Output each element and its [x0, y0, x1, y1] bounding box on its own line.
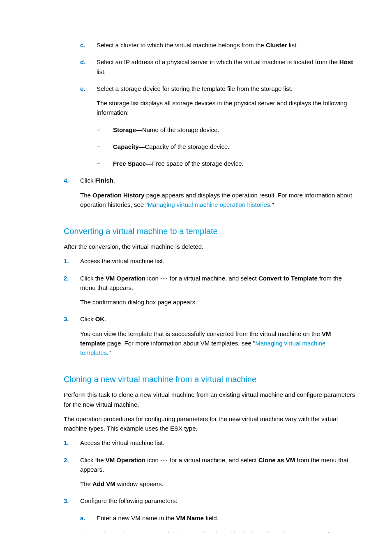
text: —Name of the storage device.	[136, 126, 219, 133]
step-1: 1. Access the virtual machine list.	[64, 256, 355, 271]
bullet: − Capacity—Capacity of the storage devic…	[97, 142, 355, 156]
text: Configure the following parameters:	[80, 496, 355, 505]
substep-c: c. Select a cluster to which the virtual…	[80, 40, 355, 55]
step-2-body: Click the VM Operation icon ▪▪▪ for a vi…	[80, 273, 355, 312]
marker-c: c.	[80, 40, 97, 55]
text: ."	[270, 201, 274, 208]
text: Access the virtual machine list.	[80, 438, 355, 447]
text: ."	[107, 349, 111, 356]
substep-e: e. Select a storage device for storing t…	[80, 84, 355, 123]
marker-b: b.	[80, 530, 97, 533]
ellipsis-icon: ▪▪▪	[160, 275, 168, 283]
text: for a virtual machine, and select	[168, 457, 258, 463]
dash-marker: −	[97, 142, 113, 156]
bold: Cluster	[266, 42, 287, 49]
bold: Operation History	[92, 192, 145, 199]
marker-4: 4.	[64, 176, 80, 214]
marker-3: 3.	[64, 496, 80, 510]
marker-2: 2.	[64, 455, 80, 494]
text: Select an IP address of a physical serve…	[97, 58, 339, 65]
text: icon	[145, 457, 160, 463]
text: Select a cluster to which the virtual ma…	[97, 42, 266, 49]
step-2: 2. Click the VM Operation icon ▪▪▪ for a…	[64, 273, 355, 312]
substep-d-body: Select an IP address of a physical serve…	[97, 57, 355, 81]
bold: Host	[339, 58, 353, 65]
marker-2: 2.	[64, 273, 80, 312]
substep-b: b. Select a data center to which the new…	[80, 530, 355, 533]
text: list.	[97, 68, 106, 75]
text: icon	[145, 275, 160, 282]
marker-1: 1.	[64, 256, 80, 271]
text: The confirmation dialog box page appears…	[80, 297, 355, 307]
text: list.	[287, 42, 298, 49]
intro-text: Perform this task to clone a new virtual…	[64, 390, 355, 409]
step-2: 2. Click the VM Operation icon ▪▪▪ for a…	[64, 455, 355, 494]
substep-c-body: Select a cluster to which the virtual ma…	[97, 40, 355, 55]
bullet: − Storage—Name of the storage device.	[97, 125, 355, 139]
text: Access the virtual machine list.	[80, 256, 355, 266]
text: You can view the template that is succes…	[80, 330, 322, 337]
text: list.	[326, 531, 337, 533]
substep-a: a. Enter a new VM name in the VM Name fi…	[80, 513, 355, 528]
bold: VM Name	[176, 514, 204, 521]
text: The	[80, 480, 92, 487]
text: field.	[204, 514, 219, 521]
text: Enter a new VM name in the	[97, 514, 176, 521]
text: Click the	[80, 457, 106, 463]
text: —Free space of the storage device.	[146, 160, 244, 167]
marker-d: d.	[80, 57, 97, 81]
bold: Convert to Template	[258, 275, 318, 282]
bold: VM Operation	[106, 457, 146, 463]
text: for a virtual machine, and select	[168, 275, 258, 282]
bold: OK	[95, 315, 105, 322]
marker-3: 3.	[64, 314, 80, 362]
text: The	[80, 192, 92, 199]
bullet: − Free Space—Free space of the storage d…	[97, 159, 355, 173]
step-3: 3. Configure the following parameters:	[64, 496, 355, 510]
text: Select a data center to which the new vi…	[97, 531, 291, 533]
text: Click	[80, 315, 95, 322]
text: .	[104, 315, 106, 322]
step-1: 1. Access the virtual machine list.	[64, 438, 355, 452]
substep-d: d. Select an IP address of a physical se…	[80, 57, 355, 81]
dash-marker: −	[97, 125, 113, 139]
text: Select a storage device for storing the …	[97, 84, 355, 93]
text: window appears.	[115, 480, 164, 487]
text: The storage list displays all storage de…	[97, 98, 355, 118]
intro-text: The operation procedures for configuring…	[64, 414, 355, 433]
step-3-body: Click OK. You can view the template that…	[80, 314, 355, 362]
ellipsis-icon: ▪▪▪	[160, 457, 168, 464]
marker-a: a.	[80, 513, 97, 528]
step-4: 4. Click Finish. The Operation History p…	[64, 176, 355, 214]
marker-1: 1.	[64, 438, 80, 452]
text: Click	[80, 177, 95, 184]
text: Click the	[80, 275, 106, 282]
intro-text: After the conversion, the virtual machin…	[64, 242, 355, 251]
bold: Storage	[113, 126, 136, 133]
substep-e-body: Select a storage device for storing the …	[97, 84, 355, 123]
text: page. For more information about VM temp…	[106, 340, 256, 347]
bold: Clone as VM	[258, 457, 295, 463]
step-2-body: Click the VM Operation icon ▪▪▪ for a vi…	[80, 455, 355, 494]
heading-converting: Converting a virtual machine to a templa…	[64, 225, 355, 238]
bold: Capacity	[113, 143, 139, 150]
heading-cloning: Cloning a new virtual machine from a vir…	[64, 373, 355, 386]
link-operation-histories[interactable]: Managing virtual machine operation histo…	[148, 201, 270, 208]
bold: Free Space	[113, 160, 146, 167]
bold: Data Center	[291, 531, 326, 533]
bold: Add VM	[92, 480, 115, 487]
text: —Capacity of the storage device.	[139, 143, 230, 150]
step-4-body: Click Finish. The Operation History page…	[80, 176, 355, 214]
marker-e: e.	[80, 84, 97, 123]
text: .	[113, 177, 115, 184]
dash-marker: −	[97, 159, 113, 173]
step-3: 3. Click OK. You can view the template t…	[64, 314, 355, 362]
document-page: c. Select a cluster to which the virtual…	[0, 0, 392, 533]
bold: VM Operation	[106, 275, 146, 282]
bold: Finish	[95, 177, 113, 184]
